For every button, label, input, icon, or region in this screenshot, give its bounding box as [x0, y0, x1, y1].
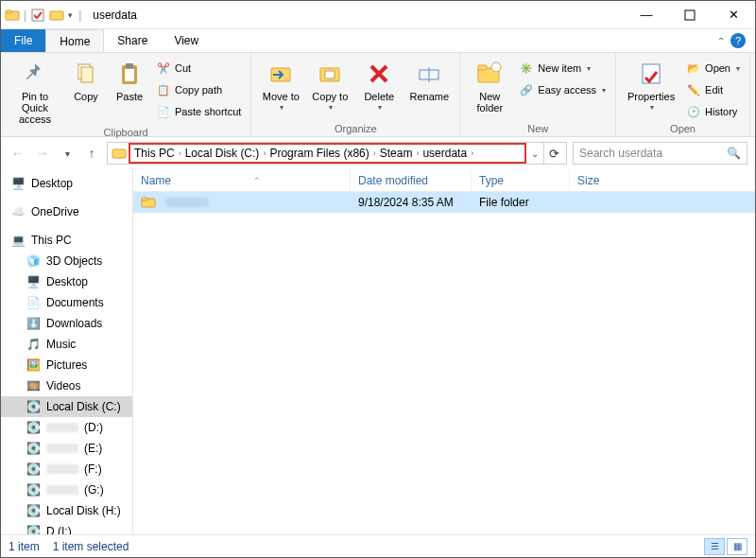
address-folder-icon	[110, 146, 129, 161]
title-bar: | ▾ | userdata — ✕	[1, 1, 755, 29]
organize-group-title: Organize	[259, 121, 452, 134]
tree-local-disk-c[interactable]: 💽Local Disk (C:)	[1, 396, 132, 417]
file-rows[interactable]: 9/18/2024 8:35 AM File folder	[133, 192, 755, 534]
chevron-right-icon[interactable]: ›	[373, 148, 376, 158]
tree-drive-f[interactable]: 💽(F:)	[1, 459, 132, 480]
tab-home[interactable]: Home	[45, 29, 104, 52]
tree-videos[interactable]: 🎞️Videos	[1, 375, 132, 396]
chevron-right-icon[interactable]: ›	[179, 148, 181, 158]
column-date[interactable]: Date modified	[351, 169, 472, 191]
tree-music[interactable]: 🎵Music	[1, 334, 132, 355]
easy-access-button[interactable]: 🔗Easy access	[517, 80, 608, 99]
tab-file[interactable]: File	[1, 29, 45, 52]
column-type[interactable]: Type	[472, 169, 570, 191]
forward-button[interactable]: →	[33, 144, 52, 163]
chevron-right-icon[interactable]: ›	[416, 148, 419, 158]
breadcrumb-item[interactable]: Local Disk (C:)›	[185, 147, 270, 160]
main-area: 🖥️Desktop ☁️OneDrive 💻This PC 🧊3D Object…	[1, 169, 755, 534]
cell-type: File folder	[472, 196, 570, 209]
pc-icon: 💻	[10, 233, 26, 248]
tree-downloads[interactable]: ⬇️Downloads	[1, 313, 132, 334]
close-button[interactable]: ✕	[712, 1, 755, 29]
refresh-button[interactable]: ⟳	[543, 143, 564, 164]
open-button[interactable]: 📂Open	[684, 59, 742, 78]
copy-label: Copy	[74, 91, 98, 102]
tree-onedrive[interactable]: ☁️OneDrive	[1, 201, 132, 222]
breadcrumb-item[interactable]: userdata›	[422, 147, 477, 160]
address-bar[interactable]: This PC› Local Disk (C:)› Program Files …	[107, 142, 567, 165]
svg-rect-4	[685, 10, 695, 20]
properties-icon	[636, 59, 666, 89]
table-row[interactable]: 9/18/2024 8:35 AM File folder	[133, 192, 755, 213]
chevron-right-icon[interactable]: ›	[263, 148, 266, 158]
column-size[interactable]: Size	[570, 169, 755, 191]
tree-desktop[interactable]: 🖥️Desktop	[1, 173, 132, 194]
delete-icon	[364, 59, 394, 89]
move-to-button[interactable]: Move to	[259, 57, 302, 113]
status-bar: 1 item 1 item selected ☰ ▦	[1, 534, 755, 557]
tree-drive-g[interactable]: 💽(G:)	[1, 480, 132, 500]
minimize-button[interactable]: —	[625, 1, 668, 29]
search-box[interactable]: Search userdata 🔍	[573, 142, 747, 165]
tree-drive-i[interactable]: 💽D (I:)	[1, 521, 132, 534]
new-folder-button[interactable]: New folder	[468, 57, 511, 113]
delete-button[interactable]: Delete	[357, 57, 401, 113]
tree-drive-d[interactable]: 💽(D:)	[1, 417, 132, 438]
tree-desktop-sub[interactable]: 🖥️Desktop	[1, 271, 132, 292]
tree-drive-e[interactable]: 💽(E:)	[1, 438, 132, 459]
cell-date: 9/18/2024 8:35 AM	[351, 196, 472, 209]
column-name[interactable]: Name⌃	[133, 169, 351, 191]
new-item-button[interactable]: ✳️New item	[517, 59, 608, 78]
breadcrumb-item[interactable]: Steam›	[380, 147, 423, 160]
redacted-label	[46, 444, 78, 453]
paste-button[interactable]: Paste	[111, 57, 148, 102]
svg-rect-19	[112, 149, 126, 158]
navigation-pane[interactable]: 🖥️Desktop ☁️OneDrive 💻This PC 🧊3D Object…	[1, 169, 133, 534]
file-list: Name⌃ Date modified Type Size 9/18/2024 …	[133, 169, 755, 534]
copy-button[interactable]: Copy	[67, 57, 105, 102]
paste-shortcut-button[interactable]: 📄Paste shortcut	[154, 102, 243, 121]
history-icon: 🕑	[686, 104, 701, 119]
window-title: userdata	[93, 9, 137, 22]
edit-button[interactable]: ✏️Edit	[684, 80, 742, 99]
tab-view[interactable]: View	[161, 29, 212, 52]
maximize-button[interactable]	[668, 1, 712, 29]
folder-icon	[141, 195, 156, 210]
properties-button[interactable]: Properties	[624, 57, 679, 113]
cut-button[interactable]: ✂️Cut	[154, 59, 243, 78]
ribbon: Pin to Quick access Copy Paste ✂️Cut 📋Co…	[1, 52, 755, 137]
svg-rect-8	[125, 69, 134, 81]
rename-button[interactable]: Rename	[406, 57, 452, 102]
pin-to-quick-access-button[interactable]: Pin to Quick access	[9, 57, 61, 125]
breadcrumb-item[interactable]: Program Files (x86)›	[269, 147, 379, 160]
up-button[interactable]: ↑	[82, 144, 101, 163]
back-button[interactable]: ←	[9, 144, 27, 163]
tree-local-disk-h[interactable]: 💽Local Disk (H:)	[1, 500, 132, 521]
details-view-button[interactable]: ☰	[704, 538, 725, 555]
chevron-right-icon[interactable]: ›	[471, 148, 473, 158]
drive-icon: 💽	[26, 462, 41, 477]
help-icon[interactable]: ?	[730, 33, 746, 48]
svg-rect-12	[325, 71, 335, 78]
qat-dropdown-icon[interactable]	[49, 8, 64, 23]
breadcrumb-item[interactable]: This PC›	[134, 147, 185, 160]
tree-pictures[interactable]: 🖼️Pictures	[1, 355, 132, 375]
recent-locations-button[interactable]: ▾	[58, 144, 77, 163]
tree-this-pc[interactable]: 💻This PC	[1, 230, 132, 251]
address-dropdown-icon[interactable]: ⌄	[526, 148, 543, 159]
collapse-ribbon-icon[interactable]: ⌃	[717, 36, 725, 46]
copy-to-button[interactable]: Copy to	[308, 57, 352, 113]
tree-documents[interactable]: 📄Documents	[1, 292, 132, 313]
tree-3d-objects[interactable]: 🧊3D Objects	[1, 251, 132, 271]
new-folder-icon	[474, 59, 505, 89]
qat-overflow-icon[interactable]: ▾	[68, 10, 73, 20]
paste-label: Paste	[116, 91, 143, 102]
tab-share[interactable]: Share	[104, 29, 161, 52]
view-switcher: ☰ ▦	[704, 538, 747, 555]
history-button[interactable]: 🕑History	[684, 102, 742, 121]
pin-icon	[20, 59, 50, 89]
large-icons-view-button[interactable]: ▦	[727, 538, 747, 555]
objects3d-icon: 🧊	[26, 253, 41, 269]
checkbox-icon[interactable]	[30, 8, 45, 23]
copy-path-button[interactable]: 📋Copy path	[154, 80, 243, 99]
